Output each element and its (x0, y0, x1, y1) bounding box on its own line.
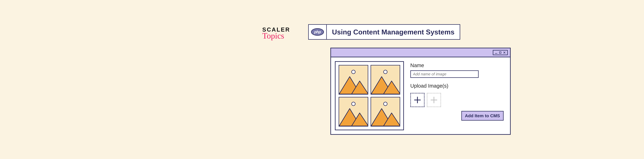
image-placeholder-icon[interactable] (370, 97, 400, 126)
add-item-button[interactable]: Add Item to CMS (461, 111, 504, 120)
name-label: Name (410, 62, 504, 68)
maximize-icon[interactable] (498, 51, 502, 54)
image-placeholder-icon[interactable] (370, 65, 400, 94)
page-title: Using Content Management Systems (327, 25, 460, 39)
window-titlebar (331, 48, 510, 57)
window-controls (493, 50, 508, 55)
plus-icon (431, 97, 437, 103)
image-placeholder-icon[interactable] (338, 97, 368, 126)
upload-label: Upload Image(s) (410, 83, 504, 89)
upload-slot[interactable] (410, 93, 424, 107)
name-input[interactable] (410, 70, 478, 78)
upload-slot-disabled (427, 93, 441, 107)
form-panel: Name Upload Image(s) Add Item to CMS (408, 61, 506, 130)
plus-icon (414, 97, 421, 103)
image-gallery (335, 61, 404, 130)
close-icon[interactable] (502, 51, 506, 54)
minimize-icon[interactable] (494, 51, 498, 54)
brand-logo: SCALER Topics (262, 27, 290, 40)
php-badge-cell: php (309, 25, 327, 39)
page-title-bar: php Using Content Management Systems (308, 24, 460, 40)
image-placeholder-icon[interactable] (338, 65, 368, 94)
php-logo-icon: php (311, 28, 324, 36)
brand-line-2: Topics (262, 32, 290, 40)
cms-window: Name Upload Image(s) Add Item to CMS (330, 48, 511, 135)
